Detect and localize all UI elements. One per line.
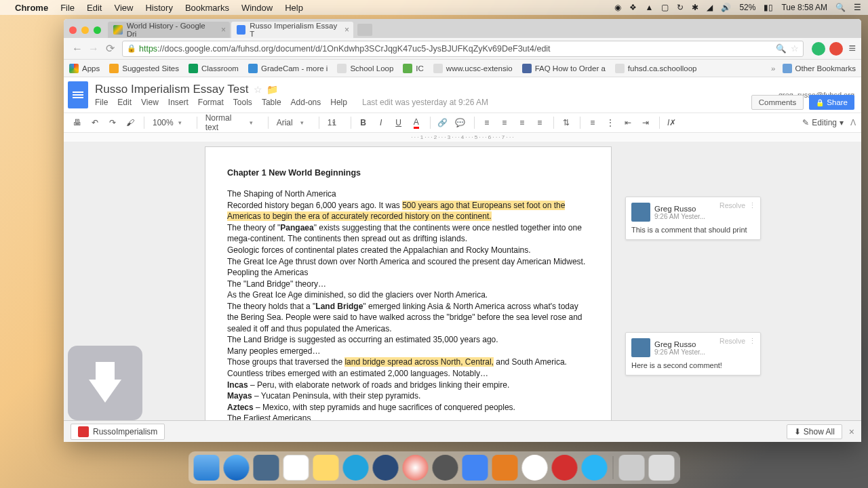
indent-more-icon[interactable]: ⇥ — [637, 115, 654, 131]
finder-icon[interactable] — [194, 455, 220, 481]
safari-icon[interactable] — [224, 455, 250, 481]
editing-mode[interactable]: Editing ▾ — [802, 118, 844, 127]
extension-icon[interactable] — [829, 42, 843, 56]
comment-card[interactable]: Resolve ⋮ Greg Russo9:26 AM Yester... Th… — [625, 197, 761, 240]
paint-format-icon[interactable]: 🖌 — [122, 115, 138, 131]
chrome-menu-icon[interactable]: ≡ — [848, 41, 856, 56]
align-right-icon[interactable]: ≡ — [514, 115, 530, 131]
doc-page[interactable]: Chapter 1 New World Beginnings The Shapi… — [205, 146, 612, 442]
itunes-icon[interactable] — [403, 455, 429, 481]
bookmark-overflow[interactable]: » — [771, 64, 775, 73]
align-center-icon[interactable]: ≡ — [496, 115, 513, 131]
tab-close-icon[interactable]: × — [221, 25, 226, 35]
other-bookmarks[interactable]: Other Bookmarks — [783, 64, 856, 73]
menu-window[interactable]: Window — [241, 3, 273, 13]
settings-icon[interactable] — [433, 455, 458, 481]
star-icon[interactable]: ☆ — [791, 43, 799, 54]
share-button[interactable]: Share — [809, 95, 854, 110]
messages-icon[interactable] — [343, 455, 369, 481]
tab-close-icon[interactable]: × — [344, 25, 349, 35]
clear-format-icon[interactable]: I✗ — [664, 115, 680, 131]
battery-icon[interactable]: ▮▯ — [764, 3, 773, 12]
collapse-toolbar-icon[interactable]: ᐱ — [850, 118, 856, 127]
font-select[interactable]: Arial — [273, 115, 313, 130]
indent-less-icon[interactable]: ⇤ — [620, 115, 636, 131]
mail-icon[interactable] — [254, 455, 279, 481]
comment-icon[interactable]: 💬 — [452, 115, 469, 131]
bold-icon[interactable]: B — [355, 115, 372, 131]
quicktime-icon[interactable] — [582, 455, 608, 481]
align-left-icon[interactable]: ≡ — [479, 115, 495, 131]
clock[interactable]: Tue 8:58 AM — [781, 3, 827, 12]
airplay-icon[interactable]: ▢ — [661, 3, 669, 12]
bookmark-item[interactable]: www.ucsc-extensio — [433, 64, 513, 73]
menu-help[interactable]: Help — [285, 3, 303, 13]
ladybug-icon[interactable] — [552, 455, 578, 481]
redo-icon[interactable]: ↷ — [104, 115, 121, 131]
bookmark-item[interactable]: School Loop — [337, 64, 393, 73]
bookmark-apps[interactable]: Apps — [69, 64, 100, 73]
line-spacing-icon[interactable]: ⇅ — [558, 115, 574, 131]
link-icon[interactable]: 🔗 — [435, 115, 451, 131]
trash-icon[interactable] — [649, 455, 675, 481]
volume-icon[interactable]: 🔊 — [721, 3, 731, 12]
numbered-list-icon[interactable]: ≡ — [585, 115, 601, 131]
menu-file[interactable]: File — [60, 3, 75, 13]
bookmark-item[interactable]: GradeCam - more i — [248, 64, 328, 73]
bookmark-item[interactable]: IC — [403, 64, 424, 73]
bookmark-item[interactable]: Classroom — [189, 64, 239, 73]
bookmark-item[interactable]: fuhsd.ca.schoolloop — [615, 64, 697, 73]
text-color-icon[interactable]: A — [408, 115, 425, 131]
menu-edit[interactable]: Edit — [87, 3, 102, 13]
doc-stack-icon[interactable] — [619, 455, 645, 481]
doc-title[interactable]: Russo Imperialism Essay Test — [95, 83, 248, 96]
align-justify-icon[interactable]: ≡ — [532, 115, 548, 131]
comment-menu-icon[interactable]: ⋮ — [749, 337, 756, 346]
reload-button[interactable]: ⟳ — [102, 41, 118, 57]
menu-view[interactable]: View — [114, 3, 133, 13]
ruler[interactable]: · · · 1 · · · 2 · · · 3 · · · 4 · · · 5 … — [64, 133, 861, 142]
search-icon[interactable]: 🔍 — [776, 43, 787, 54]
close-bar-icon[interactable]: × — [849, 426, 854, 437]
battery-percent[interactable]: 52% — [739, 3, 755, 12]
comment-menu-icon[interactable]: ⋮ — [749, 201, 756, 210]
underline-icon[interactable]: U — [391, 115, 407, 131]
new-tab-button[interactable] — [357, 24, 372, 36]
forward-button[interactable]: → — [85, 41, 102, 57]
font-size-select[interactable]: 11 — [323, 115, 345, 130]
comment-card[interactable]: Resolve ⋮ Greg Russo9:26 AM Yester... He… — [625, 332, 761, 375]
tab-world-history[interactable]: World History - Google Dri × — [108, 22, 230, 38]
bookmark-item[interactable]: Suggested Sites — [109, 64, 179, 73]
styles-select[interactable]: Normal text — [201, 115, 262, 130]
notif-icon[interactable]: ☰ — [854, 3, 861, 12]
chrome-icon[interactable] — [522, 455, 548, 481]
comments-button[interactable]: Comments — [751, 95, 804, 110]
address-bar[interactable]: 🔒 https://docs.google.com/a/fuhsd.org/do… — [122, 41, 804, 57]
status-icon[interactable]: ◉ — [614, 3, 621, 12]
resolve-button[interactable]: Resolve — [719, 337, 745, 345]
bookmark-item[interactable]: FAQ How to Order a — [522, 64, 606, 73]
maximize-button[interactable] — [94, 26, 101, 34]
powerpoint-icon[interactable] — [492, 455, 518, 481]
minimize-button[interactable] — [81, 26, 89, 34]
italic-icon[interactable]: I — [373, 115, 389, 131]
notes-icon[interactable] — [313, 455, 339, 481]
back-button[interactable]: ← — [69, 41, 85, 57]
drive-icon[interactable]: ▲ — [645, 3, 653, 12]
download-item[interactable]: RussoImperialism — [71, 424, 165, 440]
print-icon[interactable]: 🖶 — [69, 115, 85, 131]
star-icon[interactable]: ☆ — [254, 84, 262, 95]
close-button[interactable] — [69, 26, 77, 34]
sync-icon[interactable]: ↻ — [677, 3, 684, 12]
spotlight-icon[interactable]: 🔍 — [835, 3, 846, 12]
undo-icon[interactable]: ↶ — [87, 115, 103, 131]
appstore-icon[interactable] — [373, 455, 399, 481]
app-name[interactable]: Chrome — [15, 3, 48, 13]
show-all-button[interactable]: ⬇Show All — [787, 424, 842, 439]
zoom-select[interactable]: 100% — [149, 115, 191, 130]
word-icon[interactable] — [462, 455, 488, 481]
menu-history[interactable]: History — [145, 3, 172, 13]
tab-russo-essay[interactable]: Russo Imperialism Essay T × — [231, 22, 353, 38]
bluetooth-icon[interactable]: ✱ — [692, 3, 698, 12]
extension-icon[interactable] — [812, 42, 825, 56]
